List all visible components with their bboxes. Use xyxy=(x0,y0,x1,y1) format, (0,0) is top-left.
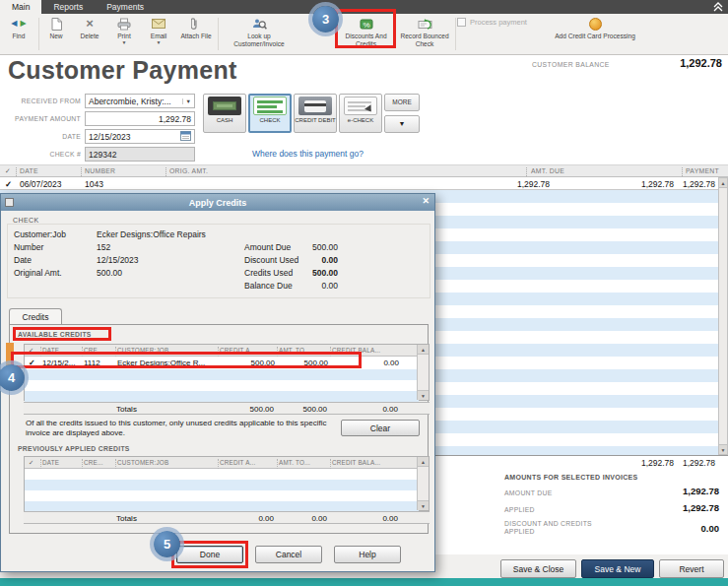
payment-method-cash[interactable]: CASH xyxy=(203,94,246,133)
received-from-dropdown[interactable]: Abercrombie, Kristy:... ▼ xyxy=(85,94,195,108)
received-from-label: RECEIVED FROM xyxy=(4,98,81,104)
revert-button[interactable]: Revert xyxy=(659,559,724,578)
find-button[interactable]: ◀ ▶ Find xyxy=(2,16,35,54)
email-dropdown-arrow-icon: ▼ xyxy=(157,40,162,45)
close-icon[interactable]: ✕ xyxy=(422,196,430,206)
credit-debit-label: CREDIT DEBIT xyxy=(295,117,336,124)
more-methods-arrow-button[interactable]: ▼ xyxy=(384,115,420,133)
credit-balance-column-header: CREDIT BALA... xyxy=(332,459,380,466)
customer-job-value: Ecker Designs:Office Repairs xyxy=(97,229,206,239)
number-label: Number xyxy=(14,242,43,252)
tab-main[interactable]: Main xyxy=(0,0,41,14)
scroll-up-icon[interactable]: ▲ xyxy=(719,178,727,188)
page-title: Customer Payment xyxy=(8,56,237,85)
discount-credits-applied-value: 0.00 xyxy=(701,523,720,534)
available-credits-annotation-box xyxy=(13,327,111,341)
check-number-label: CHECK # xyxy=(4,151,81,158)
table-scrollbar[interactable]: ▲ ▼ xyxy=(417,345,429,400)
totals-payment: 1,292.78 xyxy=(636,458,715,468)
customer-balance-label: CUSTOMER BALANCE xyxy=(532,61,610,68)
attach-file-button[interactable]: Attach File xyxy=(177,16,215,54)
cancel-button[interactable]: Cancel xyxy=(255,546,322,563)
checkbox-icon xyxy=(457,18,466,27)
invoice-row[interactable]: ✓ 06/07/2023 1043 1,292.78 1,292.78 1,29… xyxy=(0,177,728,190)
row-date: 06/07/2023 xyxy=(20,179,62,189)
delete-button[interactable]: × Delete xyxy=(73,16,106,54)
credit-card-processing-icon xyxy=(589,16,602,32)
help-button[interactable]: Help xyxy=(334,546,401,563)
print-button[interactable]: Print ▼ xyxy=(108,16,140,54)
where-does-payment-go-link[interactable]: Where does this payment go? xyxy=(252,149,364,159)
customer-job-column-header: CUSTOMER:JOB xyxy=(117,459,168,466)
new-button[interactable]: New xyxy=(41,16,71,54)
customer-balance-value: 1,292.78 xyxy=(680,57,722,69)
scroll-down-icon[interactable]: ▼ xyxy=(418,390,429,400)
amount-due-value: 500.00 xyxy=(293,242,338,252)
calendar-icon[interactable] xyxy=(180,130,191,143)
payment-method-echeck[interactable]: e-CHECK xyxy=(339,94,382,133)
toolbar-separator xyxy=(218,18,219,50)
record-bounced-label: Record Bounced Check xyxy=(396,33,453,48)
forward-arrow-icon: ▶ xyxy=(21,19,27,29)
summary-title: AMOUNTS FOR SELECTED INVOICES xyxy=(504,474,638,481)
check-section-border xyxy=(7,224,430,298)
previously-applied-credits-title: PREVIOUSLY APPLIED CREDITS xyxy=(18,445,130,452)
payment-amount-value: 1,292.78 xyxy=(159,114,191,124)
totals-credit-balance: 0.00 xyxy=(329,514,398,523)
credits-note: Of all the credits issued to this custom… xyxy=(26,419,339,438)
amount-due-label: Amount Due xyxy=(244,242,291,252)
previous-credits-totals: Totals 0.00 0.00 0.00 xyxy=(24,511,430,524)
echeck-label: e-CHECK xyxy=(348,117,373,124)
find-history-arrows-icon: ◀ ▶ xyxy=(11,16,26,32)
toolbar-separator xyxy=(38,18,39,50)
dialog-window-icon xyxy=(5,198,14,207)
record-bounced-check-button[interactable]: Record Bounced Check xyxy=(396,16,453,54)
payment-method-more[interactable]: MORE xyxy=(384,94,420,111)
check-number-field[interactable]: 129342 xyxy=(85,147,195,162)
row-checkmark[interactable]: ✓ xyxy=(5,179,12,189)
scroll-down-icon[interactable]: ▼ xyxy=(418,500,429,510)
process-payment-checkbox[interactable]: Process payment xyxy=(457,18,527,27)
payment-amount-label: PAYMENT AMOUNT xyxy=(4,115,81,122)
lookup-magnifier-icon xyxy=(252,16,267,32)
collapse-ribbon-icon[interactable] xyxy=(713,2,723,14)
x-glyph: × xyxy=(86,16,94,32)
cash-icon xyxy=(208,97,241,115)
check-label: CHECK xyxy=(259,117,280,124)
payment-method-check-selected[interactable]: CHECK xyxy=(248,94,292,133)
quickbooks-receive-payments-window: Main Reports Payments ◀ ▶ Find New × Del… xyxy=(0,0,728,586)
invoice-table-scrollbar[interactable]: ▲ ▼ xyxy=(718,177,728,455)
discount-used-value: 0.00 xyxy=(293,255,338,265)
scroll-up-icon[interactable]: ▲ xyxy=(418,457,429,467)
scroll-down-icon[interactable]: ▼ xyxy=(719,444,727,454)
scroll-up-icon[interactable]: ▲ xyxy=(418,345,429,355)
date-field[interactable]: 12/15/2023 xyxy=(85,129,195,144)
tab-reports[interactable]: Reports xyxy=(41,0,95,14)
totals-amt-to-use: 500.00 xyxy=(276,405,327,414)
credits-used-label: Credits Used xyxy=(244,268,293,278)
tab-payments[interactable]: Payments xyxy=(95,0,156,14)
attach-file-button-label: Attach File xyxy=(180,33,211,40)
back-arrow-icon: ◀ xyxy=(11,19,17,29)
save-and-close-button[interactable]: Save & Close xyxy=(500,559,576,578)
save-and-new-button[interactable]: Save & New xyxy=(581,559,654,578)
email-button[interactable]: Email ▼ xyxy=(142,16,175,54)
clear-button[interactable]: Clear xyxy=(341,420,420,436)
date-value: 12/15/2023 xyxy=(89,132,131,142)
lookup-button-label: Look up Customer/Invoice xyxy=(223,33,296,48)
tab-credits[interactable]: Credits xyxy=(9,308,62,325)
add-credit-card-processing-button[interactable]: Add Credit Card Processing xyxy=(548,16,642,54)
table-scrollbar[interactable]: ▲ ▼ xyxy=(417,457,429,510)
payment-amount-field[interactable]: 1,292.78 xyxy=(85,111,195,126)
delete-button-label: Delete xyxy=(80,33,99,40)
original-amt-value: 500.00 xyxy=(97,268,122,278)
credit-no-column-header: CRE... xyxy=(84,459,103,466)
payment-method-credit-debit[interactable]: CREDIT DEBIT xyxy=(294,94,337,133)
dialog-title-bar[interactable]: Apply Credits xyxy=(1,194,434,211)
lookup-customer-invoice-button[interactable]: Look up Customer/Invoice xyxy=(223,16,296,54)
empty-rows xyxy=(25,369,419,402)
orange-ball-icon xyxy=(589,18,602,31)
print-dropdown-arrow-icon: ▼ xyxy=(122,40,127,45)
find-button-label: Find xyxy=(13,33,26,40)
add-credit-card-label: Add Credit Card Processing xyxy=(555,33,635,40)
